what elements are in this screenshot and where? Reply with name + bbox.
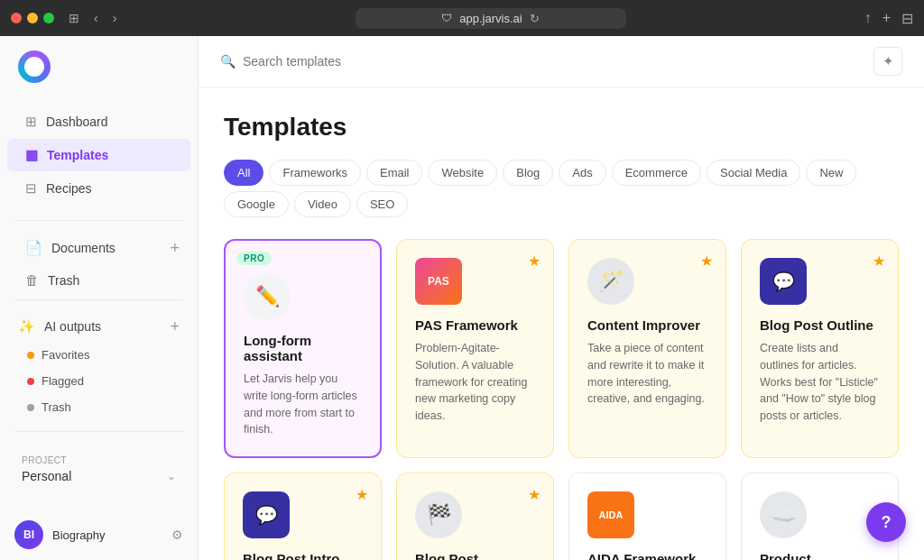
documents-section: 📄 Documents + [0,232,198,261]
search-bar: 🔍 ✦ [199,36,924,87]
dashboard-icon: ⊞ [25,114,37,130]
sidebar: ⊞ Dashboard ▦ Templates ⊟ Recipes 📄 Docu… [0,36,199,560]
filter-email[interactable]: Email [366,160,423,186]
sidebar-toggle-icon[interactable]: ⊞ [69,11,79,25]
filter-ecommerce[interactable]: Ecommerce [612,160,701,186]
card-desc: Create lists and outlines for articles. … [760,340,880,425]
filter-video[interactable]: Video [294,191,351,217]
filter-seo[interactable]: SEO [356,191,408,217]
template-card-blog-intro[interactable]: ★ 💬 Blog Post Intro Paragraph Start your… [224,473,382,560]
project-select[interactable]: Personal ⌄ [22,469,176,483]
address-bar[interactable]: 🛡 app.jarvis.ai ↻ [356,8,626,29]
sidebar-item-trash[interactable]: 🗑 Trash [25,272,79,288]
favorites-label: Favorites [42,348,89,362]
sidebar-item-recipes[interactable]: ⊟ Recipes [7,172,190,205]
filter-frameworks[interactable]: Frameworks [269,160,361,186]
title-bar-right: ↑ + ⊟ [864,10,913,27]
filter-all[interactable]: All [224,160,263,186]
divider [14,220,183,221]
search-icon: 🔍 [220,54,236,69]
aida-icon: AIDA [587,491,634,538]
theme-toggle-button[interactable]: ✦ [873,47,902,76]
help-button[interactable]: ? [866,502,906,542]
star-icon: ★ [356,486,368,503]
user-profile[interactable]: BI Biography ⚙ [0,510,198,560]
card-title: PAS Framework [415,317,535,333]
checkerboard-icon: 🏁 [415,491,462,538]
card-title: Product Description [760,551,880,560]
url-text: app.jarvis.ai [459,12,522,25]
template-card-blog-outline[interactable]: ★ 💬 Blog Post Outline Create lists and o… [741,239,899,458]
title-bar: ⊞ ‹ › 🛡 app.jarvis.ai ↻ ↑ + ⊟ [0,0,924,36]
share-icon[interactable]: ↑ [864,10,872,26]
minimize-button[interactable] [27,13,38,23]
address-bar-area: 🛡 app.jarvis.ai ↻ [116,8,864,29]
filter-blog[interactable]: Blog [503,160,553,186]
star-icon: ★ [528,252,541,270]
filter-tabs: All Frameworks Email Website Blog Ads Ec… [224,160,899,217]
template-card-pas[interactable]: ★ PAS PAS Framework Problem-Agitate-Solu… [396,239,554,458]
add-ai-output-button[interactable]: + [170,318,180,335]
app-container: ⊞ Dashboard ▦ Templates ⊟ Recipes 📄 Docu… [0,36,924,560]
flagged-label: Flagged [42,374,84,388]
project-name: Personal [22,469,71,483]
favorites-dot [27,352,34,359]
documents-label: Documents [51,241,116,255]
filter-website[interactable]: Website [428,160,497,186]
card-title: Blog Post Outline [760,317,880,333]
card-title: Blog Post Intro Paragraph [243,551,363,560]
divider-2 [14,299,183,300]
filter-social-media[interactable]: Social Media [707,160,800,186]
trash-dot [27,404,34,411]
template-card-content-improver[interactable]: ★ 🪄 Content Improver Take a piece of con… [568,239,726,458]
sidebar-item-label: Dashboard [46,115,108,129]
pen-icon: ✏️ [255,285,280,308]
flagged-dot [27,378,34,385]
card-desc: Take a piece of content and rewrite it t… [587,340,707,408]
tabs-icon[interactable]: ⊟ [901,10,913,27]
magic-icon: 🪄 [587,258,634,305]
templates-icon: ▦ [25,147,38,163]
app-logo [0,36,198,97]
user-avatar: BI [14,520,43,549]
new-tab-icon[interactable]: + [882,10,891,26]
sidebar-item-ai-outputs[interactable]: ✨ AI outputs [18,318,101,335]
star-icon: ★ [528,486,541,503]
project-selector[interactable]: PROJECT Personal ⌄ [11,446,187,492]
main-content: 🔍 ✦ Templates All Frameworks Email Websi… [199,36,924,560]
sidebar-item-templates[interactable]: ▦ Templates [7,139,190,171]
sidebar-item-documents[interactable]: 📄 Documents [25,240,116,256]
sidebar-item-favorites[interactable]: Favorites [0,342,198,368]
ai-outputs-section: ✨ AI outputs + [0,311,198,338]
add-document-button[interactable]: + [170,240,180,256]
sidebar-item-flagged[interactable]: Flagged [0,368,198,394]
filter-google[interactable]: Google [224,191,289,217]
recipes-icon: ⊟ [25,180,37,197]
ai-outputs-label: AI outputs [44,319,101,334]
template-card-long-form[interactable]: PRO ✏️ Long-form assistant Let Jarvis he… [224,239,382,458]
templates-section: Templates All Frameworks Email Website B… [199,87,924,239]
search-input[interactable] [243,54,873,69]
close-button[interactable] [11,13,22,23]
sidebar-item-dashboard[interactable]: ⊞ Dashboard [7,106,190,138]
template-card-aida[interactable]: AIDA AIDA Framework Use the oldest marke… [568,473,726,560]
template-card-blog-conclusion[interactable]: ★ 🏁 Blog Post Conclusion Paragraph Wrap … [396,473,554,560]
chat-bubble-2-icon: 💬 [243,491,290,538]
maximize-button[interactable] [43,13,54,23]
sidebar-item-trash-sub[interactable]: Trash [0,394,198,420]
trash-label: Trash [48,273,79,288]
logo-icon [18,50,51,83]
user-name: Biography [52,528,162,542]
gear-icon[interactable]: ⚙ [171,528,183,542]
reload-icon[interactable]: ↻ [530,12,540,25]
cloud-icon: ☁️ [760,491,807,538]
filter-ads[interactable]: Ads [559,160,605,186]
star-icon: ★ [700,252,713,270]
trash-sub-label: Trash [42,400,71,414]
trash-icon: 🗑 [25,272,39,288]
sidebar-item-label: Recipes [46,181,92,196]
back-icon[interactable]: ‹ [94,11,98,25]
filter-new[interactable]: New [806,160,856,186]
pro-badge: PRO [236,252,272,265]
pas-icon: PAS [415,258,462,305]
